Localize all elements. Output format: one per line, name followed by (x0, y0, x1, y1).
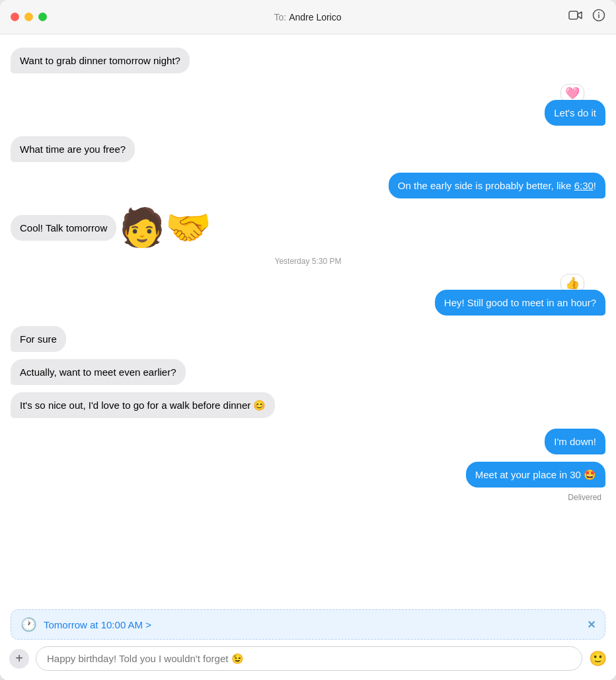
emoji-button[interactable]: 🙂 (589, 650, 607, 667)
minimize-button[interactable] (24, 13, 33, 21)
bubble-5: Cool! Talk tomorrow (11, 215, 116, 241)
add-button[interactable]: + (9, 649, 29, 669)
delivered-text: Delivered (568, 493, 601, 502)
traffic-lights (11, 13, 47, 21)
msg-text: Meet at your place in 30 🤩 (475, 469, 596, 480)
svg-point-3 (598, 12, 599, 13)
msg-text: Want to grab dinner tomorrow night? (20, 55, 180, 66)
maximize-button[interactable] (38, 13, 47, 21)
message-row: Hey! Still good to meet in an hour? (11, 290, 605, 316)
message-row: I'm down! (11, 429, 605, 454)
msg-text: Hey! Still good to meet in an hour? (444, 297, 596, 308)
bubble-1: Want to grab dinner tomorrow night? (11, 48, 190, 73)
message-row: For sure (11, 326, 605, 352)
bubble-3: What time are you free? (11, 136, 135, 162)
message-input[interactable] (36, 646, 582, 671)
chat-area: Want to grab dinner tomorrow night? 🩷 Le… (0, 34, 616, 604)
bubble-9: It's so nice out, I'd love to go for a w… (11, 392, 275, 418)
msg-text: What time are you free? (20, 144, 126, 155)
titlebar: To: Andre Lorico (0, 0, 616, 34)
message-row: Let's do it (11, 100, 605, 126)
message-row: It's so nice out, I'd love to go for a w… (11, 392, 605, 418)
msg-text: Let's do it (554, 107, 596, 118)
contact-name: Andre Lorico (289, 12, 341, 22)
info-icon[interactable] (592, 9, 605, 25)
bubble-6: Hey! Still good to meet in an hour? (435, 290, 605, 316)
to-label: To: (274, 12, 286, 22)
message-row: Want to grab dinner tomorrow night? (11, 48, 605, 73)
msg-text: For sure (20, 333, 57, 345)
timestamp-divider: Yesterday 5:30 PM (11, 257, 605, 266)
bubble-11: Meet at your place in 30 🤩 (466, 462, 605, 488)
plus-icon: + (15, 651, 23, 666)
titlebar-center: To: Andre Lorico (47, 12, 568, 22)
titlebar-actions (568, 9, 605, 25)
input-area: + 🙂 (0, 640, 616, 680)
message-row: Actually, want to meet even earlier? (11, 359, 605, 385)
clock-icon: 🕐 (20, 616, 37, 632)
msg-text: Actually, want to meet even earlier? (20, 366, 176, 378)
bubble-2: Let's do it (545, 100, 605, 126)
msg-text: I'm down! (554, 436, 596, 447)
video-icon[interactable] (568, 10, 583, 24)
close-button[interactable] (11, 13, 19, 21)
scheduled-text[interactable]: Tomorrow at 10:00 AM > (44, 619, 580, 630)
memoji-row: Cool! Talk tomorrow 🧑‍🤝 (11, 209, 605, 241)
svg-rect-2 (598, 15, 599, 19)
msg-text: On the early side is probably better, li… (398, 180, 596, 191)
msg-text: Cool! Talk tomorrow (20, 222, 107, 234)
bubble-7: For sure (11, 326, 66, 352)
message-row: Meet at your place in 30 🤩 (11, 462, 605, 488)
svg-rect-0 (569, 11, 578, 19)
close-scheduled-button[interactable]: ✕ (587, 618, 596, 631)
message-row: On the early side is probably better, li… (11, 173, 605, 198)
divider-text: Yesterday 5:30 PM (275, 257, 342, 266)
messages-window: To: Andre Lorico Want to (0, 0, 616, 680)
msg-text: It's so nice out, I'd love to go for a w… (20, 400, 266, 411)
scheduled-bar: 🕐 Tomorrow at 10:00 AM > ✕ (11, 609, 605, 640)
message-row: What time are you free? (11, 136, 605, 162)
memoji-sticker: 🧑‍🤝 (119, 209, 212, 246)
bubble-10: I'm down! (545, 429, 605, 454)
bubble-8: Actually, want to meet even earlier? (11, 359, 186, 385)
bubble-4: On the early side is probably better, li… (389, 173, 605, 198)
delivered-label: Delivered (11, 493, 605, 502)
